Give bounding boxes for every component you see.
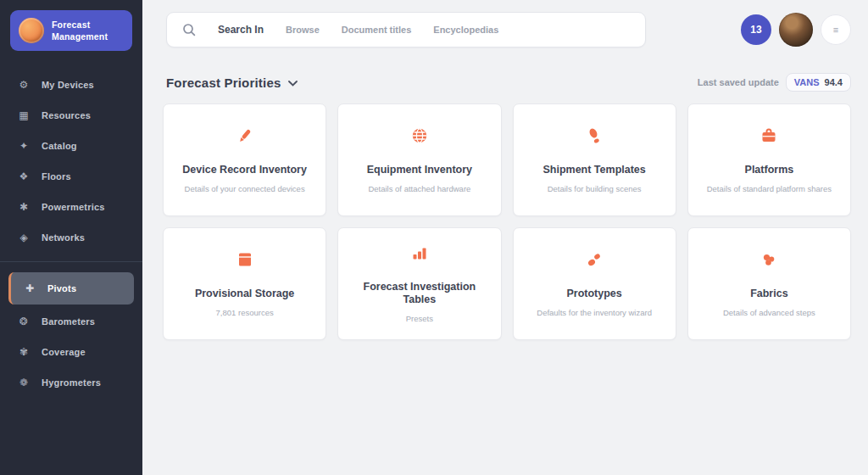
node-icon: ◈ <box>17 232 31 243</box>
card-forecast-investigation-tables[interactable]: Forecast Investigation Tables Presets <box>337 227 501 340</box>
footprint-icon <box>585 126 604 145</box>
app-name: Forecast Management <box>52 19 108 42</box>
main-content: Search In Browse Document titles Encyclo… <box>142 0 868 475</box>
sidebar-item-powermetrics[interactable]: ✱ Powermetrics <box>0 192 142 222</box>
notification-button[interactable]: 13 <box>741 14 771 45</box>
sidebar-item-floors[interactable]: ❖ Floors <box>0 161 142 192</box>
sidebar-item-barometers[interactable]: ❂ Barometers <box>0 306 142 337</box>
search-bar[interactable]: Search In Browse Document titles Encyclo… <box>166 12 646 48</box>
card-equipment-inventory[interactable]: Equipment Inventory Details of attached … <box>337 103 501 216</box>
flower-icon: ✾ <box>17 346 31 358</box>
sidebar-item-label: Coverage <box>42 347 86 357</box>
card-title: Equipment Inventory <box>367 164 472 176</box>
menu-icon: ≡ <box>833 25 838 35</box>
card-grid: Device Record Inventory Details of your … <box>163 103 851 340</box>
sidebar-item-pivots-active[interactable]: ✚ Pivots <box>8 272 134 305</box>
gauge-icon: ❂ <box>17 316 31 327</box>
card-fabrics[interactable]: Fabrics Details of advanced steps <box>687 227 851 340</box>
app-name-line2: Management <box>52 31 108 42</box>
badge-value: 94.4 <box>825 77 843 87</box>
sidebar-item-label: Powermetrics <box>42 202 105 212</box>
diamond-icon: ❖ <box>17 170 31 182</box>
card-platforms[interactable]: Platforms Details of standard platform s… <box>687 103 851 216</box>
card-subtitle: Details for building scenes <box>548 184 642 194</box>
card-subtitle: Defaults for the inventory wizard <box>537 308 652 318</box>
sidebar-item-hygrometers[interactable]: ❁ Hygrometers <box>0 367 142 398</box>
gear-icon: ⚙ <box>17 79 31 91</box>
sidebar-item-label: Pivots <box>47 283 76 293</box>
version-badge[interactable]: VANS 94.4 <box>786 73 851 92</box>
card-subtitle: 7,801 resources <box>216 308 274 318</box>
card-title: Fabrics <box>750 288 787 300</box>
card-subtitle: Details of advanced steps <box>723 308 815 318</box>
sidebar-item-label: Hygrometers <box>42 377 101 388</box>
asterisk-icon: ✱ <box>17 201 31 213</box>
topbar-actions: 13 ≡ <box>741 13 851 47</box>
card-title: Provisional Storage <box>195 288 294 300</box>
card-prototypes[interactable]: Prototypes Defaults for the inventory wi… <box>513 227 676 340</box>
card-subtitle: Details of attached hardware <box>368 184 470 194</box>
saved-status-label: Last saved update <box>698 77 779 87</box>
sidebar-item-label: My Devices <box>42 80 94 90</box>
beans-icon <box>585 250 604 269</box>
topbar: Search In Browse Document titles Encyclo… <box>142 0 868 48</box>
more-menu-button[interactable]: ≡ <box>821 14 851 45</box>
drop-icon: ❁ <box>17 377 31 388</box>
card-provisional-storage[interactable]: Provisional Storage 7,801 resources <box>163 227 326 340</box>
search-link-browse[interactable]: Browse <box>286 25 320 35</box>
sidebar-item-label: Networks <box>42 232 85 243</box>
sidebar-item-label: Resources <box>42 110 91 120</box>
search-link-encyclopedias[interactable]: Encyclopedias <box>433 25 498 35</box>
app-name-line1: Forecast <box>52 19 108 31</box>
app-logo[interactable]: Forecast Management <box>10 10 132 51</box>
sidebar-item-label: Catalog <box>42 141 77 151</box>
puzzle-icon: ✚ <box>23 282 36 294</box>
search-icon <box>182 23 196 36</box>
card-title: Device Record Inventory <box>182 164 307 176</box>
section-header: Forecast Priorities Last saved update VA… <box>142 48 868 92</box>
cluster-icon <box>760 250 778 269</box>
briefcase-icon <box>760 126 778 145</box>
card-title: Forecast Investigation Tables <box>350 281 488 306</box>
card-subtitle: Details of your connected devices <box>185 184 305 194</box>
section-header-right: Last saved update VANS 94.4 <box>698 73 851 92</box>
search-link-document-titles[interactable]: Document titles <box>342 25 412 35</box>
sidebar-item-label: Floors <box>42 171 71 182</box>
avatar[interactable] <box>779 13 813 47</box>
sidebar: Forecast Management ⚙ My Devices ▦ Resou… <box>0 0 142 475</box>
card-title: Prototypes <box>566 288 621 300</box>
card-subtitle: Presets <box>406 314 433 324</box>
sidebar-item-networks[interactable]: ◈ Networks <box>0 222 142 253</box>
pencil-icon <box>236 126 254 145</box>
sidebar-item-coverage[interactable]: ✾ Coverage <box>0 337 142 367</box>
globe-icon <box>410 126 429 145</box>
sidebar-divider <box>0 261 142 262</box>
card-title: Shipment Templates <box>542 164 645 176</box>
sidebar-item-catalog[interactable]: ✦ Catalog <box>0 131 142 161</box>
search-input-value[interactable]: Search In <box>218 24 264 36</box>
section-title-dropdown[interactable]: Forecast Priorities <box>166 75 298 90</box>
coin-logo-icon <box>19 18 44 43</box>
card-shipment-templates[interactable]: Shipment Templates Details for building … <box>513 103 676 216</box>
sidebar-item-my-devices[interactable]: ⚙ My Devices <box>0 70 142 100</box>
star-icon: ✦ <box>17 140 31 152</box>
sidebar-item-resources[interactable]: ▦ Resources <box>0 100 142 131</box>
card-subtitle: Details of standard platform shares <box>707 184 832 194</box>
bar-chart-icon <box>410 243 429 262</box>
card-title: Platforms <box>745 164 794 176</box>
page-title: Forecast Priorities <box>166 75 281 90</box>
badge-prefix: VANS <box>794 77 820 87</box>
grid-icon: ▦ <box>17 109 31 121</box>
archive-icon <box>236 250 254 269</box>
chevron-down-icon <box>288 75 298 90</box>
sidebar-item-label: Barometers <box>42 316 95 327</box>
sidebar-nav: ⚙ My Devices ▦ Resources ✦ Catalog ❖ Flo… <box>0 70 142 398</box>
card-device-record-inventory[interactable]: Device Record Inventory Details of your … <box>163 103 326 216</box>
notification-count: 13 <box>750 24 761 36</box>
